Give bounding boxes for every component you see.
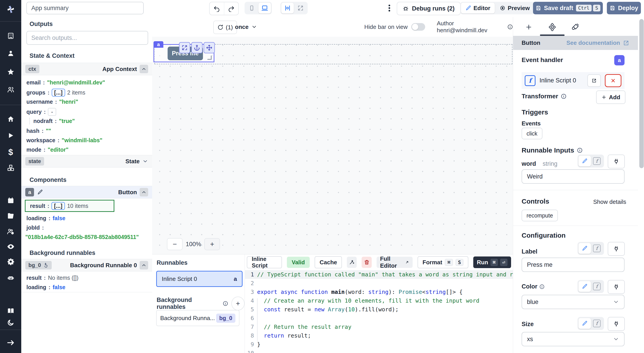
dark-mode-moon-icon[interactable]	[0, 316, 21, 329]
ai-wand-button[interactable]	[347, 257, 357, 268]
refresh-count-button[interactable]: (1)	[213, 21, 237, 34]
static-pencil-mode[interactable]	[578, 281, 591, 292]
run-button[interactable]: Run ⌘ ⏎	[473, 256, 511, 268]
info-icon[interactable]	[561, 93, 566, 99]
recompute-button[interactable]: recompute	[522, 210, 558, 221]
info-icon[interactable]	[577, 147, 583, 153]
ai-robot-icon[interactable]	[0, 271, 21, 284]
folders-icon[interactable]	[0, 209, 21, 222]
audit-eye-icon[interactable]	[0, 240, 21, 253]
add-transformer-button[interactable]: Add	[596, 91, 626, 104]
tab-component-settings[interactable]	[546, 22, 559, 32]
component-jobid-value[interactable]: "018b1a4e-62c7-db5b-8578-852ab8049511"	[25, 234, 139, 240]
more-options-menu[interactable]	[385, 3, 394, 14]
ctx-row-groups[interactable]: groups: [...] 2 items	[26, 89, 85, 97]
docs-book-icon[interactable]	[0, 305, 21, 317]
delete-script-button[interactable]	[362, 257, 372, 268]
move-component-button[interactable]	[204, 42, 215, 53]
collapse-chevron-up-icon[interactable]	[140, 188, 148, 196]
component-id-tab[interactable]: a	[154, 41, 163, 48]
show-details-link[interactable]: Show details	[593, 198, 626, 205]
tab-editor[interactable]: Editor	[461, 3, 495, 14]
workspace-building-icon[interactable]	[0, 30, 21, 42]
ctx-row-query[interactable]: query: -	[26, 108, 56, 116]
remove-script-button[interactable]	[605, 74, 622, 87]
info-icon[interactable]	[539, 284, 545, 289]
code-line[interactable]: 3export async function main(word: string…	[244, 288, 513, 296]
array-expand-chip[interactable]: [...]	[52, 202, 65, 210]
color-select[interactable]: blue	[522, 295, 624, 309]
code-line[interactable]: 5 const result = new Array(10).fill(word…	[244, 305, 513, 314]
bg0-header-row[interactable]: bg_0 Background Runnable 0	[21, 259, 152, 271]
cache-button[interactable]: Cache	[314, 256, 342, 268]
expand-component-button[interactable]	[179, 42, 190, 53]
color-connect-button[interactable]	[608, 280, 625, 294]
code-line[interactable]: 10	[244, 349, 513, 353]
info-icon[interactable]	[507, 24, 513, 30]
component-a-header-row[interactable]: a Button	[21, 186, 152, 198]
bg0-row-loading[interactable]: loading: false	[26, 284, 65, 290]
center-align-button[interactable]	[281, 3, 294, 14]
open-script-button[interactable]	[588, 74, 601, 87]
size-connect-button[interactable]	[608, 317, 625, 331]
panel-scrollbar[interactable]	[639, 19, 644, 168]
script-type-button[interactable]: Inline Script	[247, 256, 282, 268]
hide-bar-toggle[interactable]	[411, 23, 425, 31]
empty-object-chip[interactable]: -	[48, 108, 56, 116]
tab-preview[interactable]: Preview	[495, 3, 534, 14]
zoom-out-button[interactable]: −	[167, 238, 182, 250]
full-editor-button[interactable]: Full Editor	[376, 257, 413, 268]
runs-play-icon[interactable]	[0, 129, 21, 142]
resize-handle[interactable]	[208, 56, 212, 60]
frequency-dropdown[interactable]: once	[235, 21, 257, 33]
component-row-jobid[interactable]: jobId:	[26, 224, 44, 231]
static-pencil-mode[interactable]	[578, 156, 591, 166]
ctx-row-nodraft[interactable]: nodraft: "true"	[29, 118, 75, 124]
user-icon[interactable]	[0, 47, 21, 60]
code-line[interactable]: 9}	[244, 340, 513, 349]
expand-sidebar-arrow-icon[interactable]	[0, 336, 21, 349]
ctx-row-hash[interactable]: hash: ""	[26, 128, 51, 134]
format-button[interactable]: Format ⌘ S	[418, 256, 468, 268]
variables-dollar-icon[interactable]: $	[0, 146, 21, 158]
app-canvas[interactable]: Press me a − 100% +	[152, 37, 513, 254]
tab-styling[interactable]	[568, 22, 582, 32]
component-row-loading[interactable]: loading: false	[26, 215, 65, 221]
schedules-calendar-icon[interactable]	[0, 194, 21, 207]
code-line[interactable]: 1// TypeScript function called "main" th…	[244, 270, 513, 279]
eval-mode[interactable]: f	[592, 244, 602, 253]
collapse-chevron-up-icon[interactable]	[140, 65, 148, 73]
size-select[interactable]: xs	[522, 332, 624, 346]
home-icon[interactable]	[0, 113, 21, 125]
result-highlight-box[interactable]: result: [...] 10 items	[25, 200, 114, 212]
click-event-pill[interactable]: click	[522, 128, 542, 139]
ctx-row-username[interactable]: username: "henri"	[26, 99, 78, 105]
code-line[interactable]: 7 // Return the result array	[244, 322, 513, 331]
event-inline-script-row[interactable]: f Inline Script 0	[522, 72, 624, 89]
info-icon[interactable]	[223, 300, 228, 306]
static-pencil-mode[interactable]	[578, 243, 591, 254]
array-expand-chip[interactable]: [...]	[52, 89, 65, 97]
workers-users-gear-icon[interactable]	[0, 225, 21, 238]
code-line[interactable]: 6	[244, 314, 513, 322]
ctx-header-row[interactable]: ctx App Context	[21, 63, 152, 75]
favorites-star-icon[interactable]	[0, 66, 21, 78]
code-line[interactable]: 2	[244, 279, 513, 288]
save-draft-button[interactable]: Save draft CtrlS	[533, 2, 603, 14]
bg0-row-result[interactable]: result: No items ([])	[26, 275, 78, 281]
word-input[interactable]: Weird	[522, 169, 624, 184]
ctx-row-workspace[interactable]: workspace: "windmill-labs"	[26, 137, 102, 144]
expand-chevron-down-icon[interactable]	[142, 158, 148, 164]
eval-mode[interactable]: f	[592, 282, 602, 291]
anchor-component-button[interactable]	[191, 42, 202, 53]
eval-mode[interactable]: f	[592, 319, 602, 328]
label-input[interactable]: Press me	[522, 258, 624, 272]
settings-gear-icon[interactable]	[0, 255, 21, 268]
rename-pencil-icon[interactable]	[37, 189, 43, 195]
windmill-logo-icon[interactable]	[0, 3, 21, 16]
desktop-view-button[interactable]	[258, 3, 271, 14]
runnable-inline-script-0[interactable]: Inline Script 0 a	[156, 271, 242, 287]
redo-button[interactable]	[224, 2, 238, 15]
state-header-row[interactable]: state State	[21, 155, 152, 168]
runnable-bg0[interactable]: Background Runna... bg_0	[156, 310, 240, 326]
